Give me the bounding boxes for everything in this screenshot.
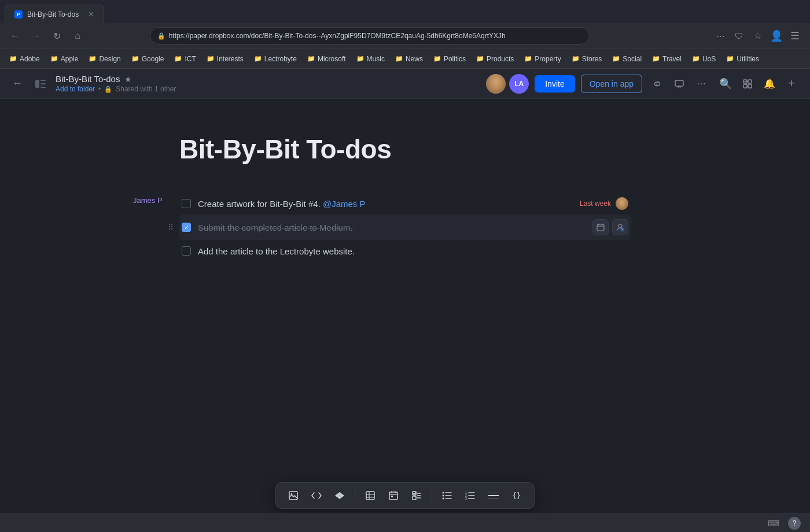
reload-button[interactable]: ↻: [49, 28, 65, 44]
bookmark-news[interactable]: 📁 News: [391, 53, 428, 65]
bookmark-social[interactable]: 📁 Social: [608, 53, 646, 65]
profile-btn[interactable]: 👤: [768, 28, 785, 44]
embed-btn[interactable]: [306, 486, 327, 505]
bottom-toolbar: 1. 2. 3. {}: [275, 482, 535, 509]
bookmark-microsoft[interactable]: 📁 Microsoft: [303, 53, 351, 65]
folder-icon: 📁: [307, 55, 315, 62]
folder-icon: 📁: [395, 55, 403, 62]
task-section: James P Create artwork for Bit-By-Bit #4…: [179, 193, 631, 262]
task-row-selected[interactable]: ⠿ Submit the completed article to Medium…: [179, 215, 631, 240]
folder-icon: 📁: [476, 55, 484, 62]
current-user-avatar[interactable]: LA: [509, 74, 529, 94]
folder-icon: 📁: [356, 55, 365, 62]
bookmark-label: Social: [623, 55, 642, 63]
favorite-star-icon[interactable]: ★: [124, 75, 132, 84]
svg-rect-16: [391, 496, 393, 497]
svg-rect-26: [488, 493, 499, 493]
bookmark-label: UoS: [702, 55, 716, 63]
bookmark-music[interactable]: 📁 Music: [352, 53, 389, 65]
bookmark-ict[interactable]: 📁 ICT: [170, 53, 200, 65]
task-actions: [592, 219, 628, 235]
checklist-btn[interactable]: [406, 486, 427, 505]
bookmark-interests[interactable]: 📁 Interests: [202, 53, 248, 65]
bookmark-google[interactable]: 📁 Google: [127, 53, 169, 65]
table-btn[interactable]: [360, 486, 381, 505]
bookmark-products[interactable]: 📁 Products: [472, 53, 518, 65]
svg-rect-4: [675, 80, 683, 86]
code-btn[interactable]: {}: [506, 486, 527, 505]
bookmark-property[interactable]: 📁 Property: [520, 53, 565, 65]
home-button[interactable]: ⌂: [69, 28, 86, 44]
keyboard-icon[interactable]: ⌨: [766, 516, 781, 531]
more-options-icon[interactable]: ⋯: [692, 75, 710, 93]
search-icon[interactable]: 🔍: [716, 75, 735, 93]
extensions-btn[interactable]: ⋯: [713, 28, 729, 44]
svg-rect-2: [41, 83, 46, 84]
svg-rect-27: [488, 498, 499, 498]
drag-handle-icon[interactable]: ⠿: [168, 223, 174, 232]
bookmark-design[interactable]: 📁 Design: [84, 53, 125, 65]
bullet-list-btn[interactable]: [437, 486, 458, 505]
task-checkbox-2[interactable]: [182, 223, 191, 232]
active-tab[interactable]: P Bit-By-Bit To-dos ✕: [5, 5, 104, 23]
forward-button[interactable]: →: [28, 28, 44, 44]
checklist-view-icon[interactable]: [738, 75, 757, 93]
task-row-3[interactable]: Add the article to the Lectrobyte websit…: [179, 240, 631, 262]
tab-title: Bit-By-Bit To-dos: [27, 10, 79, 19]
bookmark-adobe[interactable]: 📁 Adobe: [5, 53, 45, 65]
task-checkbox-3[interactable]: [182, 246, 191, 256]
shared-with-text: Shared with 1 other: [116, 85, 176, 93]
folder-icon: 📁: [174, 55, 182, 62]
mention-james: @James P: [323, 199, 366, 209]
address-bar[interactable]: 🔒 https://paper.dropbox.com/doc/Bit-By-B…: [150, 27, 590, 45]
bookmark-label: Lectrobyte: [264, 55, 297, 63]
invite-button[interactable]: Invite: [535, 75, 575, 93]
svg-text:3.: 3.: [465, 497, 467, 500]
task-row[interactable]: Create artwork for Bit-By-Bit #4. @James…: [179, 193, 631, 215]
image-btn[interactable]: [283, 486, 304, 505]
task-assign-btn[interactable]: [612, 219, 628, 235]
doc-back-button[interactable]: ←: [9, 76, 25, 92]
bookmark-politics[interactable]: 📁 Politics: [429, 53, 470, 65]
bookmark-stores[interactable]: 📁 Stores: [567, 53, 607, 65]
tab-close-icon[interactable]: ✕: [88, 10, 94, 19]
doc-title-row: Bit-By-Bit To-dos ★: [56, 74, 176, 84]
bookmark-utilities[interactable]: 📁 Utilities: [721, 53, 764, 65]
bookmark-uos[interactable]: 📁 UoS: [687, 53, 720, 65]
open-in-app-button[interactable]: Open in app: [581, 75, 642, 93]
add-to-folder-link[interactable]: Add to folder: [56, 85, 95, 93]
dropbox-btn[interactable]: [329, 486, 350, 505]
bookmark-label: Apple: [61, 55, 79, 63]
bookmark-travel[interactable]: 📁 Travel: [647, 53, 686, 65]
numbered-list-btn[interactable]: 1. 2. 3.: [460, 486, 481, 505]
document-heading: Bit-By-Bit To-dos: [179, 134, 631, 165]
present-icon[interactable]: [670, 75, 689, 93]
folder-icon: 📁: [692, 55, 700, 62]
help-icon[interactable]: ?: [788, 517, 801, 530]
assignee-avatar-1: [616, 197, 628, 210]
lock-icon: 🔒: [104, 86, 112, 93]
notifications-icon[interactable]: 🔔: [760, 75, 779, 93]
divider-btn[interactable]: [483, 486, 504, 505]
user-avatar-photo[interactable]: [486, 74, 506, 94]
add-icon[interactable]: +: [782, 75, 801, 93]
bookmark-label: Google: [142, 55, 164, 63]
toolbar-icon-group: ⋯: [648, 75, 710, 93]
folder-icon: 📁: [652, 55, 660, 62]
security-icon: 🔒: [157, 32, 165, 40]
shield-btn[interactable]: 🛡: [731, 28, 748, 44]
bookmark-apple[interactable]: 📁 Apple: [46, 53, 83, 65]
toolbar-divider-1: [355, 489, 355, 503]
task-checkbox-1[interactable]: [182, 199, 191, 208]
task-date-btn[interactable]: [592, 219, 609, 235]
bookmark-label: Microsoft: [318, 55, 346, 63]
menu-btn[interactable]: ☰: [787, 28, 803, 44]
copy-link-icon[interactable]: [648, 75, 667, 93]
calendar-btn[interactable]: [383, 486, 404, 505]
bookmark-lectrobyte[interactable]: 📁 Lectrobyte: [249, 53, 301, 65]
toolbar-actions-group: 🔍 🔔 +: [716, 75, 801, 93]
star-btn[interactable]: ☆: [750, 28, 766, 44]
back-button[interactable]: ←: [7, 28, 23, 44]
svg-rect-7: [743, 84, 747, 88]
sidebar-toggle-button[interactable]: [32, 76, 49, 92]
